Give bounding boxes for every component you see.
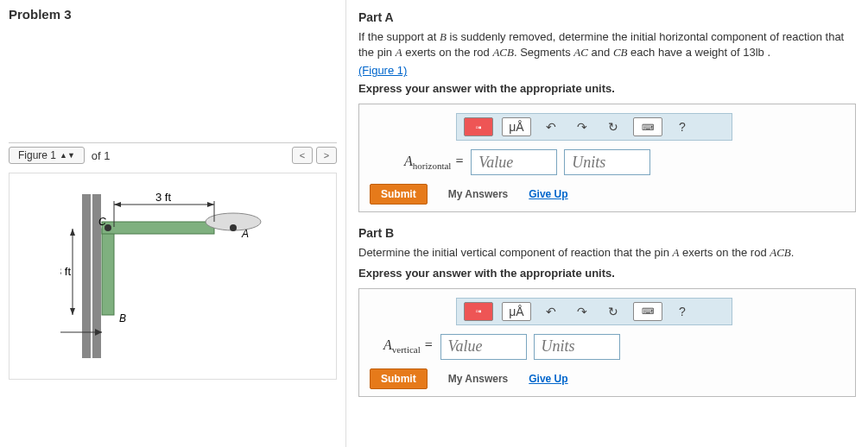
- part-a-giveup[interactable]: Give Up: [529, 188, 567, 200]
- help-icon[interactable]: ?: [671, 302, 694, 321]
- part-a-panel: ▫▪ μÅ ↶ ↷ ↻ ⌨ ? Ahorizontal = Submit My …: [358, 104, 856, 212]
- figure-navbar: Figure 1 ▲▼ of 1 < >: [9, 142, 337, 167]
- part-b-title: Part B: [358, 226, 856, 240]
- part-a-question: If the support at B is suddenly removed,…: [358, 29, 856, 60]
- svg-marker-14: [70, 308, 75, 315]
- dim-horiz: 3 ft: [155, 191, 171, 204]
- redo-icon[interactable]: ↷: [571, 117, 593, 136]
- template-icon[interactable]: ▫▪: [464, 302, 493, 321]
- undo-icon[interactable]: ↶: [540, 302, 562, 321]
- part-a-instruction: Express your answer with the appropriate…: [358, 82, 856, 95]
- reset-icon[interactable]: ↻: [602, 302, 624, 321]
- part-b-var-label: Avertical =: [383, 337, 434, 355]
- symbol-button[interactable]: μÅ: [502, 117, 531, 136]
- keyboard-icon[interactable]: ⌨: [633, 117, 662, 136]
- part-b-toolbar: ▫▪ μÅ ↶ ↷ ↻ ⌨ ?: [456, 298, 732, 325]
- svg-rect-2: [102, 229, 114, 315]
- reset-icon[interactable]: ↻: [602, 117, 624, 136]
- svg-rect-3: [102, 222, 214, 234]
- keyboard-icon[interactable]: ⌨: [633, 302, 662, 321]
- figure-label: Figure 1: [18, 149, 56, 161]
- part-b-instruction: Express your answer with the appropriate…: [358, 267, 856, 280]
- part-b-submit-button[interactable]: Submit: [370, 368, 428, 389]
- template-icon[interactable]: ▫▪: [464, 117, 493, 136]
- part-a-value-input[interactable]: [471, 149, 557, 175]
- part-b-value-input[interactable]: [440, 334, 527, 360]
- figure-prev-button[interactable]: <: [292, 147, 313, 164]
- figure-link[interactable]: (Figure 1): [358, 64, 407, 77]
- svg-marker-13: [70, 229, 75, 236]
- figure-next-button[interactable]: >: [316, 147, 337, 164]
- part-a-submit-button[interactable]: Submit: [370, 184, 428, 205]
- part-b-giveup[interactable]: Give Up: [529, 373, 567, 385]
- figure-count: of 1: [92, 149, 111, 162]
- symbol-button[interactable]: μÅ: [502, 302, 531, 321]
- part-b-units-input[interactable]: [534, 334, 620, 360]
- part-a-var-label: Ahorizontal =: [404, 154, 464, 171]
- undo-icon[interactable]: ↶: [540, 117, 562, 136]
- part-b-panel: ▫▪ μÅ ↶ ↷ ↻ ⌨ ? Avertical = Submit My An…: [358, 288, 856, 397]
- point-c: C: [98, 216, 106, 228]
- svg-marker-10: [114, 202, 121, 207]
- figure-diagram: 3 ft 3 ft C A B: [60, 186, 285, 367]
- problem-title: Problem 3: [9, 7, 337, 22]
- dim-vert: 3 ft: [60, 265, 71, 278]
- point-b: B: [119, 312, 126, 324]
- part-a-toolbar: ▫▪ μÅ ↶ ↷ ↻ ⌨ ?: [456, 113, 732, 141]
- svg-point-6: [230, 224, 237, 231]
- point-a: A: [241, 228, 249, 240]
- dropdown-icon: ▲▼: [60, 151, 75, 160]
- part-a-units-input[interactable]: [564, 149, 650, 175]
- part-a-myanswers[interactable]: My Answers: [448, 188, 509, 200]
- svg-marker-11: [207, 202, 214, 207]
- figure-select[interactable]: Figure 1 ▲▼: [9, 147, 85, 164]
- part-a-title: Part A: [358, 10, 856, 24]
- help-icon[interactable]: ?: [671, 117, 694, 136]
- redo-icon[interactable]: ↷: [571, 302, 593, 321]
- part-b-question: Determine the initial vertical component…: [358, 245, 856, 261]
- figure-panel: 3 ft 3 ft C A B: [9, 173, 337, 380]
- part-b-myanswers[interactable]: My Answers: [448, 373, 509, 385]
